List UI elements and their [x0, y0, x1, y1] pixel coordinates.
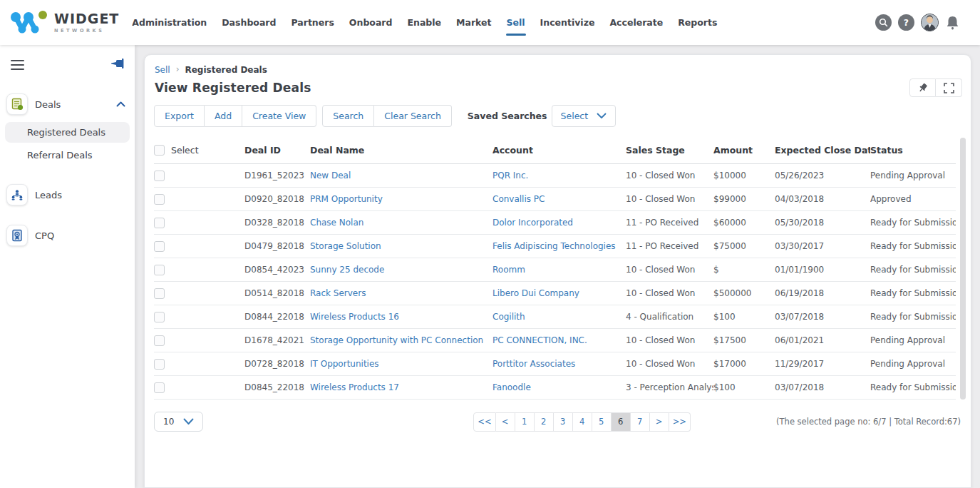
search-button[interactable]: Search: [322, 105, 374, 127]
cell-deal-name-link[interactable]: Sunny 25 decode: [310, 265, 384, 275]
cell-deal-name-link[interactable]: Rack Servers: [310, 288, 366, 298]
page-button-7[interactable]: 7: [631, 412, 650, 432]
cell-sales-stage: 10 - Closed Won: [626, 258, 713, 282]
first-page-button[interactable]: <<: [473, 412, 495, 432]
help-icon[interactable]: ?: [898, 14, 914, 31]
page-size-select[interactable]: 10: [154, 412, 203, 432]
cell-account-link[interactable]: Convallis PC: [492, 194, 545, 204]
nav-item-accelerate[interactable]: Accelerate: [608, 14, 664, 31]
search-icon[interactable]: [875, 14, 892, 31]
cell-deal-name-link[interactable]: Storage Solution: [310, 241, 381, 251]
cell-deal-id: D0844_22018: [244, 305, 310, 329]
cell-deal-name-link[interactable]: Wireless Products 16: [310, 312, 399, 322]
table-row: D0854_42023Sunny 25 decodeRoomm10 - Clos…: [154, 258, 956, 282]
page-button-1[interactable]: 1: [515, 412, 535, 432]
cell-sales-stage: 4 - Qualification: [626, 305, 713, 329]
cell-deal-name-link[interactable]: Chase Nolan: [310, 218, 363, 228]
brand-logo[interactable]: WIDGET NETWORKS: [0, 8, 119, 38]
cell-expected-close-date: 05/30/2018: [775, 211, 870, 235]
cell-sales-stage: 11 - PO Received: [626, 235, 713, 258]
row-checkbox[interactable]: [154, 382, 165, 393]
row-checkbox[interactable]: [154, 194, 165, 205]
row-checkbox[interactable]: [154, 312, 165, 322]
cell-account-link[interactable]: Fanoodle: [492, 382, 531, 392]
deals-table-wrap: SelectDeal IDDeal NameAccountSales Stage…: [145, 136, 971, 400]
cell-deal-name-link[interactable]: PRM Opportunity: [310, 194, 383, 204]
cell-deal-id: D0328_82018: [244, 211, 310, 235]
cell-account-link[interactable]: Porttitor Associates: [492, 359, 575, 369]
fullscreen-icon[interactable]: [936, 78, 962, 97]
cell-account-link[interactable]: PQR Inc.: [492, 171, 528, 181]
cell-deal-name-link[interactable]: IT Opportunities: [310, 359, 379, 369]
chevron-up-icon[interactable]: [116, 101, 125, 107]
row-checkbox[interactable]: [154, 171, 165, 181]
nav-item-onboard[interactable]: Onboard: [348, 14, 394, 31]
breadcrumb-sell-link[interactable]: Sell: [155, 65, 170, 75]
avatar[interactable]: [921, 14, 939, 31]
nav-item-sell[interactable]: Sell: [505, 14, 527, 31]
cell-account-link[interactable]: Dolor Incorporated: [492, 218, 573, 228]
cell-deal-name-link[interactable]: Wireless Products 17: [310, 382, 399, 392]
row-checkbox[interactable]: [154, 265, 165, 275]
cell-deal-name: Storage Solution: [310, 235, 492, 258]
create-view-button[interactable]: Create View: [242, 105, 316, 127]
brand-logo-icon: [7, 8, 48, 38]
select-all-checkbox[interactable]: [154, 145, 165, 156]
nav-item-reports[interactable]: Reports: [676, 14, 718, 31]
sidebar-item-deals[interactable]: Deals: [0, 88, 135, 120]
cell-account-link[interactable]: Cogilith: [492, 312, 525, 322]
cell-deal-name: Wireless Products 16: [310, 305, 492, 329]
cell-deal-id: D0920_82018: [244, 188, 310, 211]
page-button-3[interactable]: 3: [554, 412, 573, 432]
last-page-button[interactable]: >>: [669, 412, 691, 432]
nav-item-enable[interactable]: Enable: [406, 14, 443, 31]
nav-item-incentivize[interactable]: Incentivize: [539, 14, 597, 31]
table-scrollbar-thumb[interactable]: [960, 138, 966, 400]
main-content: Sell › Registered Deals View Registered …: [135, 45, 980, 488]
cell-deal-name-link[interactable]: Storage Opportunity with PC Connection: [310, 335, 483, 345]
row-checkbox[interactable]: [154, 359, 165, 370]
next-page-button[interactable]: >: [650, 412, 669, 432]
sidebar-item-referral-deals[interactable]: Referral Deals: [5, 145, 130, 166]
cell-account-link[interactable]: PC CONNECTION, INC.: [492, 335, 587, 345]
nav-item-administration[interactable]: Administration: [130, 14, 208, 31]
column-header-amount: Amount: [713, 136, 775, 164]
page-button-2[interactable]: 2: [535, 412, 554, 432]
page-size-value: 10: [163, 417, 174, 427]
notification-bell-icon[interactable]: [945, 15, 960, 31]
cell-account-link[interactable]: Libero Dui Company: [492, 288, 579, 298]
sidebar-item-cpq[interactable]: CPQ: [0, 220, 135, 251]
cell-deal-name-link[interactable]: New Deal: [310, 171, 351, 181]
row-checkbox[interactable]: [154, 218, 165, 228]
page-button-6[interactable]: 6: [612, 412, 631, 432]
cell-sales-stage: 11 - PO Received: [626, 211, 713, 235]
cell-account-link[interactable]: Roomm: [492, 265, 525, 275]
brand-name: WIDGET: [54, 12, 119, 26]
cell-amount: $100: [713, 376, 775, 400]
saved-searches-select[interactable]: Select: [552, 105, 617, 127]
add-button[interactable]: Add: [205, 105, 242, 127]
nav-item-market[interactable]: Market: [455, 14, 492, 31]
row-checkbox[interactable]: [154, 241, 165, 252]
clear-search-button[interactable]: Clear Search: [374, 105, 452, 127]
sidebar-item-leads[interactable]: Leads: [0, 179, 135, 210]
cell-amount: $75000: [713, 235, 775, 258]
cell-deal-id: D0854_42023: [244, 258, 310, 282]
page-button-5[interactable]: 5: [592, 412, 612, 432]
page-button-4[interactable]: 4: [573, 412, 592, 432]
nav-item-dashboard[interactable]: Dashboard: [220, 14, 277, 31]
sidebar-pin-icon[interactable]: [110, 57, 125, 73]
menu-icon[interactable]: [9, 56, 26, 74]
pagination-bar: 10 <<<1234567>>> (The selected page no: …: [145, 400, 971, 432]
cell-status: Pending Approval: [870, 164, 956, 188]
pin-icon[interactable]: [909, 78, 936, 97]
page-number-group: <<<1234567>>>: [473, 412, 691, 432]
cell-expected-close-date: 03/30/2017: [775, 235, 870, 258]
row-checkbox[interactable]: [154, 288, 165, 299]
nav-item-partners[interactable]: Partners: [289, 14, 335, 31]
row-checkbox[interactable]: [154, 335, 165, 346]
sidebar-item-registered-deals[interactable]: Registered Deals: [5, 122, 130, 143]
export-button[interactable]: Export: [154, 105, 205, 127]
prev-page-button[interactable]: <: [496, 412, 515, 432]
cell-account-link[interactable]: Felis Adipiscing Technologies: [492, 241, 616, 251]
